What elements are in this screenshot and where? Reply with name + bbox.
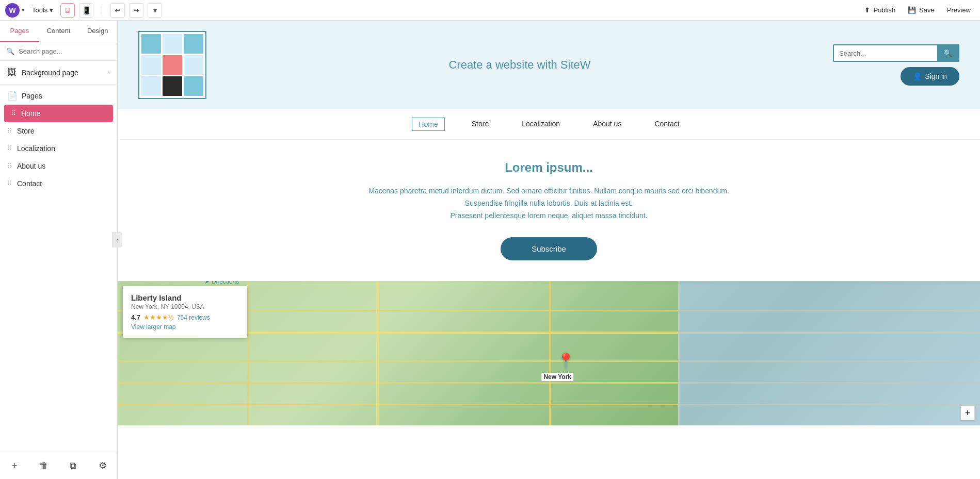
undo-btn[interactable]: ↩ <box>110 3 125 18</box>
page-label: Contact <box>17 179 42 188</box>
search-icon: 🔍 <box>6 47 14 55</box>
pages-section-header: 📄 Pages <box>0 85 117 105</box>
redo-btn[interactable]: ↪ <box>129 3 143 18</box>
save-icon: 💾 <box>908 6 916 14</box>
toolbar-separator <box>102 5 102 15</box>
tab-design[interactable]: Design <box>78 21 117 42</box>
map-overlay: Liberty Island New York, NY 10004, USA ➤… <box>123 286 247 338</box>
canvas: Create a website with SiteW 🔍 👤 Sign in … <box>118 21 980 479</box>
nav-item-store[interactable]: Store <box>465 118 495 131</box>
background-page-chevron-icon: › <box>108 69 110 76</box>
logo-cell-9 <box>184 76 203 96</box>
settings-button[interactable]: ⚙ <box>94 457 111 474</box>
site-search-box: 🔍 <box>833 44 959 62</box>
page-label: Store <box>17 127 34 135</box>
content-body: Macenas pharetra metud interdum dictum. … <box>128 185 970 222</box>
site-header-right: 🔍 👤 Sign in <box>833 44 959 86</box>
drag-icon: ⠿ <box>7 145 12 152</box>
site-nav: HomeStoreLocalizationAbout usContact <box>118 109 980 140</box>
sidebar-bottom-toolbar: + 🗑 ⧉ ⚙ <box>0 452 117 479</box>
logo-chevron-icon[interactable]: ▾ <box>22 7 25 13</box>
site-title-area: Create a website with SiteW <box>206 58 833 72</box>
logo-cell-8 <box>163 76 182 96</box>
main-layout: Pages Content Design 🔍 🖼 Background page… <box>0 21 980 479</box>
sidebar-tabs: Pages Content Design <box>0 21 117 42</box>
page-label: Localization <box>17 144 55 153</box>
nav-item-contact[interactable]: Contact <box>648 118 685 131</box>
map-rating: 4.7 <box>131 313 140 321</box>
background-page-label: Background page <box>22 69 78 77</box>
logo-cell-6 <box>184 55 203 75</box>
tab-pages[interactable]: Pages <box>0 21 39 42</box>
save-label: Save <box>919 6 935 14</box>
map-view-larger-link[interactable]: View larger map <box>131 323 239 331</box>
site-title: Create a website with SiteW <box>206 58 833 72</box>
sidebar-collapse-button[interactable]: ‹ <box>112 232 122 247</box>
sidebar-item-about-us[interactable]: ⠿About us <box>0 157 117 175</box>
publish-icon: ⬆ <box>864 6 870 14</box>
desktop-view-btn[interactable]: 🖥 <box>60 3 75 18</box>
nav-item-home[interactable]: Home <box>412 118 444 131</box>
sidebar: Pages Content Design 🔍 🖼 Background page… <box>0 21 118 479</box>
site-search-input[interactable] <box>834 46 937 60</box>
map-zoom-in-button[interactable]: + <box>960 406 975 420</box>
background-page-item[interactable]: 🖼 Background page › <box>0 61 117 85</box>
logo-cell-7 <box>141 76 161 96</box>
signin-label: Sign in <box>925 72 947 80</box>
logo-cell-1 <box>141 34 161 54</box>
preview-label: Preview <box>947 6 971 14</box>
preview-button[interactable]: Preview <box>943 4 975 16</box>
logo-cell-3 <box>184 34 203 54</box>
signin-button[interactable]: 👤 Sign in <box>901 67 959 86</box>
map-stars: ★★★★½ <box>143 313 174 321</box>
add-page-button[interactable]: + <box>6 457 23 474</box>
drag-icon: ⠿ <box>7 162 12 170</box>
search-input[interactable] <box>19 47 111 55</box>
pages-list: ⠿Home⠿Store⠿Localization⠿About us⠿Contac… <box>0 105 117 192</box>
site-map: 📍 New York Liberty Island New York, NY 1… <box>118 281 980 425</box>
mobile-view-btn[interactable]: 📱 <box>79 3 93 18</box>
drag-icon: ⠿ <box>7 180 12 187</box>
user-icon: 👤 <box>913 72 922 80</box>
delete-page-button[interactable]: 🗑 <box>36 457 52 474</box>
tab-content[interactable]: Content <box>39 21 78 42</box>
content-line1: Macenas pharetra metud interdum dictum. … <box>128 185 970 197</box>
pages-section-label: Pages <box>22 92 42 100</box>
sidebar-search-container: 🔍 <box>0 42 117 61</box>
content-line2: Suspendise fringilla nulla lobortis. Dui… <box>128 197 970 210</box>
subscribe-button[interactable]: Subscribe <box>501 237 597 260</box>
content-title: Lorem ipsum... <box>128 160 970 175</box>
site-content: Lorem ipsum... Macenas pharetra metud in… <box>118 140 980 281</box>
nav-item-about-us[interactable]: About us <box>587 118 628 131</box>
duplicate-page-button[interactable]: ⧉ <box>65 457 82 474</box>
pages-icon: 📄 <box>7 91 18 101</box>
site-search-button[interactable]: 🔍 <box>937 45 958 61</box>
logo-icon: W <box>5 3 20 18</box>
directions-icon: ➤ <box>204 281 210 285</box>
website-preview: Create a website with SiteW 🔍 👤 Sign in … <box>118 21 980 479</box>
nav-item-localization[interactable]: Localization <box>516 118 566 131</box>
drag-icon: ⠿ <box>7 127 12 135</box>
logo-cell-2 <box>163 34 182 54</box>
map-rating-row: 4.7 ★★★★½ 754 reviews <box>131 313 239 321</box>
publish-button[interactable]: ⬆ Publish <box>860 4 899 16</box>
site-logo-grid <box>138 31 206 99</box>
drag-icon: ⠿ <box>11 110 16 117</box>
map-pin-icon: 📍 <box>557 352 575 369</box>
sidebar-item-localization[interactable]: ⠿Localization <box>0 140 117 157</box>
sidebar-item-store[interactable]: ⠿Store <box>0 122 117 140</box>
sidebar-item-home[interactable]: ⠿Home <box>4 105 113 122</box>
sidebar-item-contact[interactable]: ⠿Contact <box>0 175 117 192</box>
toolbar-icons: 🖥 📱 ↩ ↪ ▾ <box>60 3 162 18</box>
toolbar: W ▾ Tools ▾ 🖥 📱 ↩ ↪ ▾ ⬆ Publish 💾 Save P… <box>0 0 980 21</box>
site-nav-items: HomeStoreLocalizationAbout usContact <box>412 118 685 131</box>
save-button[interactable]: 💾 Save <box>904 4 939 16</box>
tools-menu[interactable]: Tools ▾ <box>32 6 53 14</box>
more-btn[interactable]: ▾ <box>148 3 162 18</box>
site-header: Create a website with SiteW 🔍 👤 Sign in <box>118 21 980 109</box>
page-label: About us <box>17 162 45 170</box>
content-line3: Prasesent pellentesque lorem neque, aliq… <box>128 210 970 222</box>
publish-label: Publish <box>873 6 895 14</box>
map-directions-link[interactable]: ➤ Directions <box>204 281 239 285</box>
map-reviews-link[interactable]: 754 reviews <box>177 314 210 321</box>
